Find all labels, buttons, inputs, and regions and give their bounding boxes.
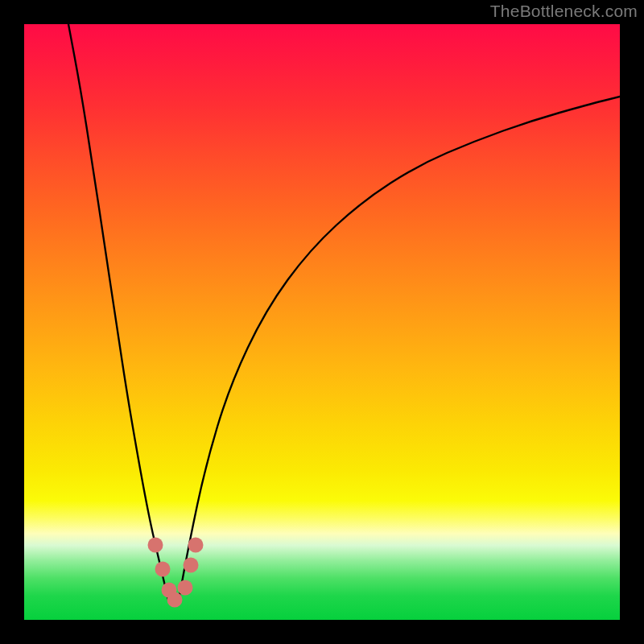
highlight-dot xyxy=(148,538,163,553)
highlight-dot xyxy=(188,538,204,553)
watermark-text: TheBottleneck.com xyxy=(490,2,638,21)
curve-left xyxy=(68,24,168,600)
highlight-dot xyxy=(184,558,199,573)
highlight-dot xyxy=(167,592,183,608)
curve-right xyxy=(179,97,620,600)
highlight-dot xyxy=(178,580,193,596)
plot-area xyxy=(24,24,620,620)
highlight-dots xyxy=(148,538,204,608)
highlight-dot xyxy=(155,562,171,577)
chart-frame: TheBottleneck.com xyxy=(0,0,644,644)
bottleneck-curve xyxy=(24,24,620,620)
